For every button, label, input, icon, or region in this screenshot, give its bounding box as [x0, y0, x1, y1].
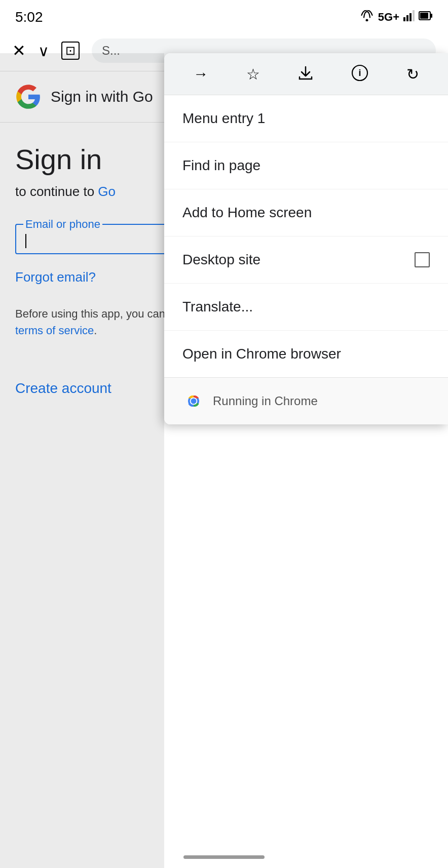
desktop-site-checkbox[interactable] [415, 252, 430, 267]
svg-point-12 [191, 399, 197, 404]
menu-item-homescreen[interactable]: Add to Home screen [164, 189, 448, 236]
menu-item-find[interactable]: Find in page [164, 142, 448, 189]
menu-info-icon[interactable]: i [351, 64, 368, 84]
home-indicator [183, 855, 265, 859]
menu-reload-icon[interactable]: ↻ [406, 65, 419, 83]
overlay-menu: → ☆ i ↻ Menu entry 1 Find in page Ad [164, 53, 448, 424]
status-bar: 5:02 5G+ [0, 0, 448, 30]
battery-icon [419, 10, 433, 24]
menu-item-homescreen-label: Add to Home screen [182, 205, 312, 221]
menu-forward-icon[interactable]: → [193, 65, 208, 83]
overlay-background [0, 53, 164, 868]
svg-rect-3 [409, 13, 412, 21]
status-time: 5:02 [15, 9, 43, 25]
wifi-icon [360, 10, 374, 24]
menu-item-translate[interactable]: Translate... [164, 284, 448, 331]
menu-item-find-label: Find in page [182, 157, 260, 174]
menu-download-icon[interactable] [297, 65, 314, 83]
menu-item-translate-label: Translate... [182, 299, 253, 315]
menu-item-open-chrome[interactable]: Open in Chrome browser [164, 331, 448, 377]
network-icon: 5G+ [378, 11, 399, 24]
menu-footer: Running in Chrome [164, 377, 448, 424]
menu-star-icon[interactable]: ☆ [246, 65, 260, 83]
running-in-chrome-text: Running in Chrome [213, 394, 318, 408]
svg-point-0 [365, 19, 368, 22]
menu-item-entry1-label: Menu entry 1 [182, 110, 265, 127]
menu-toolbar: → ☆ i ↻ [164, 53, 448, 95]
svg-text:i: i [359, 68, 361, 78]
signal-icon [403, 10, 415, 24]
menu-item-entry1[interactable]: Menu entry 1 [164, 95, 448, 142]
svg-rect-2 [406, 15, 408, 21]
svg-rect-4 [413, 10, 415, 21]
menu-item-desktop[interactable]: Desktop site [164, 236, 448, 284]
status-icons: 5G+ [360, 10, 433, 24]
menu-item-desktop-label: Desktop site [182, 252, 260, 268]
chrome-logo-icon [182, 390, 205, 412]
svg-rect-7 [431, 14, 432, 18]
svg-rect-6 [420, 13, 428, 19]
svg-rect-1 [403, 17, 405, 21]
menu-items-list: Menu entry 1 Find in page Add to Home sc… [164, 95, 448, 377]
menu-item-open-chrome-label: Open in Chrome browser [182, 346, 341, 362]
